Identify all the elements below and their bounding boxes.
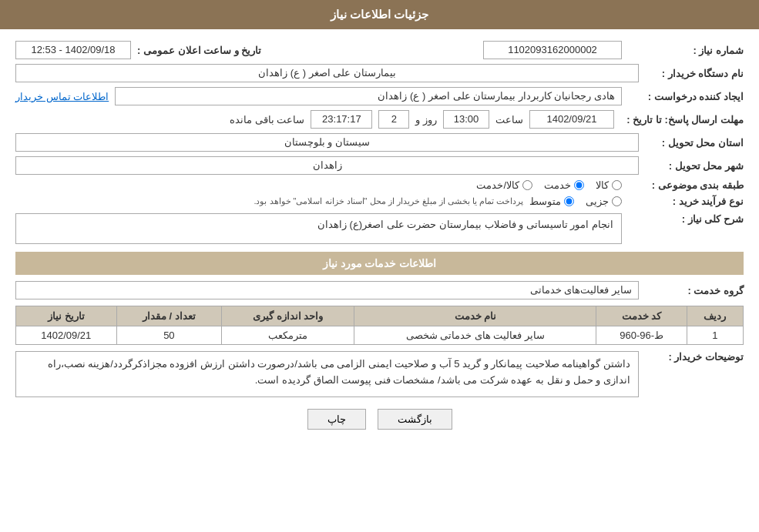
roz-label: روز و [415, 114, 437, 125]
sharh-value: انجام امور تاسیساتی و فاضلاب بیمارستان ح… [15, 213, 622, 244]
shomare-niaz-label: شماره نیاز : [628, 45, 744, 56]
ostan-value: سیستان و بلوچستان [15, 133, 639, 152]
radio-kala[interactable]: کالا [596, 179, 622, 191]
shomare-niaz-value: 1102093162000002 [483, 41, 622, 59]
radio-jazei[interactable]: جزیی [586, 196, 622, 207]
saat-label: ساعت [495, 114, 523, 125]
nam-dastgah-label: نام دستگاه خریدار : [645, 68, 744, 79]
tosih-value: داشتن گواهینامه صلاحیت پیمانکار و گرید 5… [15, 351, 639, 397]
radio-motavaset-label: متوسط [529, 196, 561, 207]
col-tarikh: تاریخ نیاز [16, 306, 117, 326]
table-cell-2: سایر فعالیت های خدماتی شخصی [354, 326, 596, 345]
table-cell-3: مترمکعب [222, 326, 354, 345]
page-title: جزئیات اطلاعات نیاز [331, 8, 428, 21]
tabaqe-label: طبقه بندی موضوعی : [628, 179, 744, 191]
bazgasht-button[interactable]: بازگشت [378, 409, 452, 430]
table-cell-0: 1 [687, 326, 743, 345]
table-row: 1ط-96-960سایر فعالیت های خدماتی شخصیمترم… [16, 326, 744, 345]
noe-farayand-label: نوع فرآیند خرید : [628, 196, 744, 207]
radio-jazei-label: جزیی [586, 196, 609, 207]
col-nam: نام خدمت [354, 306, 596, 326]
nam-dastgah-value: بیمارستان علی اصغر ( ع) زاهدان [15, 64, 639, 82]
col-tedad: تعداد / مقدار [116, 306, 222, 326]
radio-motavaset[interactable]: متوسط [529, 196, 574, 207]
ettelaat-tamas-link[interactable]: اطلاعات تماس خریدار [15, 91, 109, 102]
radio-kala-input[interactable] [612, 180, 622, 190]
tosih-label: توضیحات خریدار : [645, 351, 744, 363]
grohe-value: سایر فعالیت‌های خدماتی [15, 281, 639, 299]
radio-khadamat[interactable]: خدمت [544, 179, 584, 191]
farayand-note: پرداخت تمام یا بخشی از مبلغ خریدار از مح… [254, 196, 523, 206]
mohlat-baqi: 23:17:17 [311, 110, 372, 129]
bottom-buttons: بازگشت چاپ [15, 409, 744, 430]
table-cell-5: 1402/09/21 [16, 326, 117, 345]
radio-kala-khadamat-label: کالا/خدمت [476, 179, 519, 191]
radio-jazei-input[interactable] [612, 196, 622, 206]
ostan-label: استان محل تحویل : [645, 137, 744, 149]
sharh-label: شرح کلی نیاز : [628, 213, 744, 225]
mohlat-date: 1402/09/21 [529, 110, 614, 129]
page-header: جزئیات اطلاعات نیاز [0, 0, 759, 29]
ijad-konande-value: هادی رجحانیان کاربردار بیمارستان علی اصغ… [115, 87, 622, 105]
mohlat-roz: 2 [378, 110, 409, 129]
tarikh-ealaan-label: تاریخ و ساعت اعلان عمومی : [137, 45, 261, 56]
shahr-label: شهر محل تحویل : [645, 160, 744, 172]
farayand-radio-group: جزیی متوسط [529, 196, 622, 207]
radio-motavaset-input[interactable] [564, 196, 574, 206]
tabaqe-radio-group: کالا خدمت کالا/خدمت [476, 179, 622, 191]
mohlat-saat: 13:00 [443, 110, 489, 129]
col-vahed: واحد اندازه گیری [222, 306, 354, 326]
radio-khadamat-label: خدمت [544, 179, 571, 191]
col-radif: ردیف [687, 306, 743, 326]
radio-kala-khadamat-input[interactable] [522, 180, 532, 190]
shahr-value: زاهدان [15, 156, 639, 175]
table-cell-4: 50 [116, 326, 222, 345]
khadamat-table: ردیف کد خدمت نام خدمت واحد اندازه گیری ت… [15, 306, 744, 345]
col-kod: کد خدمت [596, 306, 687, 326]
baqi-label: ساعت باقی مانده [230, 114, 304, 125]
grohe-label: گروه خدمت : [645, 285, 744, 296]
radio-kala-label: کالا [596, 179, 609, 191]
tarikh-ealaan-value: 1402/09/18 - 12:53 [15, 41, 131, 59]
radio-kala-khadamat[interactable]: کالا/خدمت [476, 179, 532, 191]
ijad-konande-label: ایجاد کننده درخواست : [628, 91, 744, 102]
table-cell-1: ط-96-960 [596, 326, 687, 345]
mohlat-label: مهلت ارسال پاسخ: تا تاریخ : [620, 114, 744, 125]
chap-button[interactable]: چاپ [307, 409, 366, 430]
radio-khadamat-input[interactable] [574, 180, 584, 190]
khadamat-section-title: اطلاعات خدمات مورد نیاز [15, 252, 744, 275]
